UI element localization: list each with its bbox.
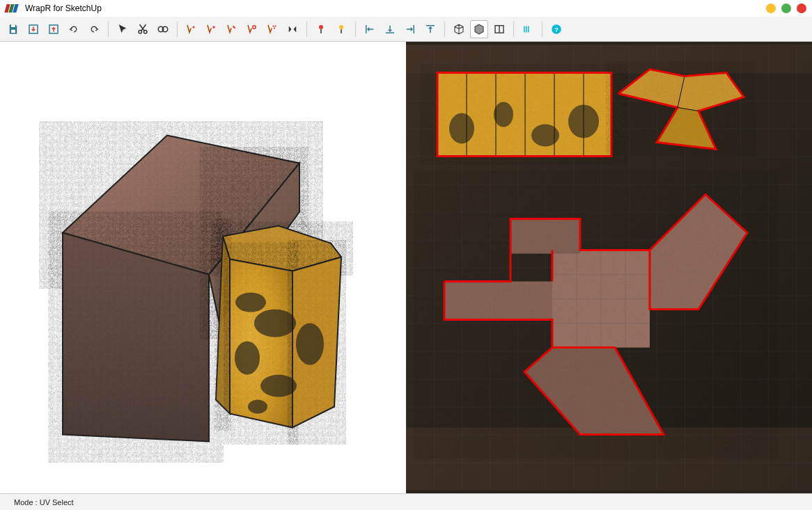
- svg-point-11: [272, 25, 274, 26]
- view-3d-icon: [453, 23, 465, 35]
- svg-text:?: ?: [554, 25, 559, 33]
- align-left-icon: [364, 23, 376, 35]
- align-right-button[interactable]: [401, 20, 419, 38]
- separator: [355, 22, 356, 37]
- separator: [542, 22, 542, 37]
- unfold-edge-button[interactable]: [223, 20, 241, 38]
- svg-point-27: [254, 310, 296, 337]
- save-button[interactable]: [4, 20, 22, 38]
- svg-rect-54: [510, 219, 580, 254]
- weld-button[interactable]: [154, 20, 172, 38]
- unfold-3-icon: [226, 23, 238, 35]
- viewport-uv[interactable]: [406, 42, 812, 493]
- export-button[interactable]: [45, 20, 63, 38]
- svg-point-12: [274, 25, 276, 26]
- mirror-icon: [286, 23, 299, 35]
- app-title: WrapR for SketchUp: [25, 3, 102, 13]
- import-icon: [27, 23, 40, 35]
- svg-rect-0: [11, 24, 15, 27]
- wrapr-logo-icon: [6, 4, 21, 13]
- pin-1-icon: [315, 23, 327, 35]
- svg-point-30: [296, 324, 324, 365]
- align-left-button[interactable]: [361, 20, 379, 38]
- svg-point-26: [235, 293, 266, 312]
- maximize-button[interactable]: [781, 3, 791, 13]
- viewport-3d[interactable]: [0, 42, 406, 493]
- view-uv-icon: [473, 23, 485, 35]
- svg-point-39: [531, 125, 559, 147]
- view-3d-button[interactable]: [450, 20, 468, 38]
- svg-point-10: [253, 25, 256, 29]
- view-uv-button[interactable]: [470, 20, 488, 38]
- align-top-button[interactable]: [421, 20, 439, 38]
- mirror-button[interactable]: [283, 20, 302, 38]
- unfold-group-button[interactable]: [263, 20, 281, 38]
- svg-point-13: [274, 27, 275, 29]
- cut-button[interactable]: [134, 20, 152, 38]
- title-bar: WrapR for SketchUp: [0, 0, 812, 17]
- redo-icon: [88, 23, 100, 35]
- align-top-icon: [424, 23, 437, 35]
- texel-icon: [522, 23, 534, 35]
- pin-button[interactable]: [312, 20, 330, 38]
- model-3d: [0, 42, 406, 493]
- unfold-face-button[interactable]: [182, 20, 201, 38]
- svg-rect-1: [11, 29, 15, 33]
- view-split-icon: [493, 23, 506, 35]
- unfold-2-icon: [205, 23, 218, 35]
- svg-point-15: [339, 25, 343, 29]
- export-icon: [47, 23, 60, 35]
- unfold-4-icon: [246, 23, 258, 35]
- cut-icon: [136, 23, 149, 35]
- view-split-button[interactable]: [490, 20, 508, 38]
- undo-button[interactable]: [65, 20, 83, 38]
- unpin-button[interactable]: [332, 20, 350, 38]
- help-button[interactable]: ?: [547, 20, 565, 38]
- weld-icon: [157, 23, 169, 35]
- separator: [513, 22, 514, 37]
- unfold-loop-button[interactable]: [243, 20, 261, 38]
- unfold-island-button[interactable]: [203, 20, 221, 38]
- svg-point-31: [248, 400, 267, 414]
- align-bottom-button[interactable]: [381, 20, 399, 38]
- svg-point-14: [319, 25, 323, 29]
- main-toolbar: ?: [0, 17, 812, 42]
- save-icon: [7, 23, 19, 35]
- svg-point-8: [193, 26, 195, 28]
- separator: [108, 22, 109, 37]
- svg-point-28: [235, 342, 260, 375]
- select-icon: [116, 23, 129, 35]
- svg-point-29: [260, 375, 297, 397]
- align-right-icon: [404, 23, 416, 35]
- minimize-button[interactable]: [766, 3, 776, 13]
- svg-point-38: [494, 102, 513, 127]
- separator: [444, 22, 445, 37]
- unfold-1-icon: [185, 23, 198, 35]
- texel-button[interactable]: [519, 20, 537, 38]
- help-icon: ?: [550, 23, 563, 35]
- undo-icon: [68, 23, 80, 35]
- svg-point-37: [449, 113, 474, 144]
- svg-rect-9: [213, 26, 215, 28]
- svg-rect-53: [444, 282, 552, 320]
- pin-2-icon: [335, 23, 348, 35]
- redo-button[interactable]: [85, 20, 103, 38]
- separator: [306, 22, 307, 37]
- window-controls: [766, 3, 806, 13]
- status-bar: Mode : UV Select: [0, 493, 812, 510]
- import-button[interactable]: [24, 20, 42, 38]
- separator: [177, 22, 178, 37]
- uv-layout: [406, 42, 812, 493]
- unfold-5-icon: [266, 23, 279, 35]
- close-button[interactable]: [797, 3, 806, 13]
- align-bottom-icon: [384, 23, 396, 35]
- select-button[interactable]: [114, 20, 132, 38]
- workspace: [0, 42, 812, 493]
- mode-label: Mode : UV Select: [14, 498, 74, 507]
